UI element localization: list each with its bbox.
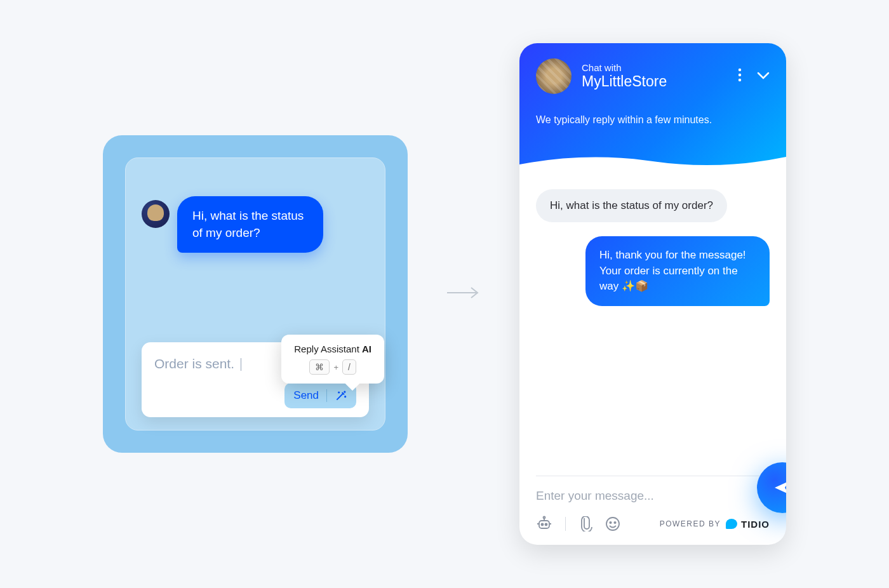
tooltip-title: Reply Assistant AI [294, 344, 371, 354]
icon-divider [565, 517, 566, 531]
store-avatar [536, 58, 572, 94]
customer-message-bubble: Hi, what is the status of my order? [177, 196, 323, 253]
header-actions [738, 68, 770, 84]
chat-with-label: Chat with [582, 62, 728, 73]
send-button-group: Send [284, 383, 356, 408]
text-cursor [241, 358, 241, 371]
svg-rect-7 [539, 521, 549, 528]
chatbot-icon[interactable] [536, 516, 552, 532]
header-top: Chat with MyLittleStore [536, 58, 770, 94]
svg-point-0 [344, 392, 345, 392]
svg-point-16 [614, 522, 615, 523]
kbd-cmd: ⌘ [309, 359, 330, 375]
kbd-plus: + [333, 363, 338, 372]
chat-widget: Chat with MyLittleStore We typically rep… [519, 43, 786, 545]
incoming-message: Hi, what is the status of my order? [536, 189, 727, 222]
compose-text: Order is sent. [154, 356, 234, 371]
send-button[interactable]: Send [293, 389, 319, 402]
attachment-icon[interactable] [578, 516, 592, 531]
outgoing-message: Hi, thank you for the message! Your orde… [585, 236, 770, 306]
chat-footer: Enter your message... [519, 476, 786, 545]
footer-divider [536, 476, 770, 476]
store-name: MyLittleStore [582, 73, 728, 90]
chat-header: Chat with MyLittleStore We typically rep… [519, 43, 786, 170]
svg-point-2 [338, 392, 339, 392]
compose-actions: Send [154, 383, 356, 408]
chat-body: Hi, what is the status of my order? Hi, … [519, 170, 786, 476]
svg-point-4 [739, 69, 741, 71]
message-input[interactable]: Enter your message... [536, 489, 770, 503]
svg-point-5 [739, 74, 741, 76]
tooltip-prefix: Reply Assistant [294, 344, 362, 354]
svg-point-1 [345, 396, 345, 397]
more-options-icon[interactable] [738, 68, 742, 84]
customer-message-row: Hi, what is the status of my order? [142, 196, 369, 253]
magic-wand-icon[interactable] [335, 389, 347, 402]
svg-point-8 [542, 524, 544, 526]
send-divider [326, 389, 327, 402]
header-text: Chat with MyLittleStore [582, 62, 728, 90]
footer-row: POWERED BY TIDIO [536, 516, 770, 532]
agent-inner: Hi, what is the status of my order? Repl… [125, 157, 385, 431]
chevron-down-icon[interactable] [757, 70, 770, 82]
header-wave [519, 152, 786, 171]
svg-point-6 [739, 79, 741, 81]
keyboard-shortcut: ⌘ + / [294, 359, 371, 375]
powered-label: POWERED BY [660, 519, 721, 528]
svg-point-14 [606, 518, 619, 530]
tidio-logo: TIDIO [726, 519, 770, 530]
reply-time-text: We typically reply within a few minutes. [536, 114, 770, 126]
tidio-bubble-icon [726, 519, 737, 529]
svg-point-15 [610, 522, 611, 523]
kbd-slash: / [342, 359, 356, 375]
agent-panel: Hi, what is the status of my order? Repl… [103, 135, 408, 453]
svg-point-11 [544, 517, 545, 519]
svg-point-9 [545, 524, 547, 526]
powered-by[interactable]: POWERED BY TIDIO [660, 519, 770, 530]
brand-name: TIDIO [741, 519, 770, 530]
tooltip-bold: AI [362, 344, 371, 354]
customer-avatar [142, 200, 170, 228]
arrow-icon [446, 285, 481, 303]
emoji-icon[interactable] [605, 516, 620, 531]
reply-assistant-tooltip: Reply Assistant AI ⌘ + / [281, 335, 384, 384]
compose-area: Reply Assistant AI ⌘ + / Order is sent. … [142, 342, 369, 417]
